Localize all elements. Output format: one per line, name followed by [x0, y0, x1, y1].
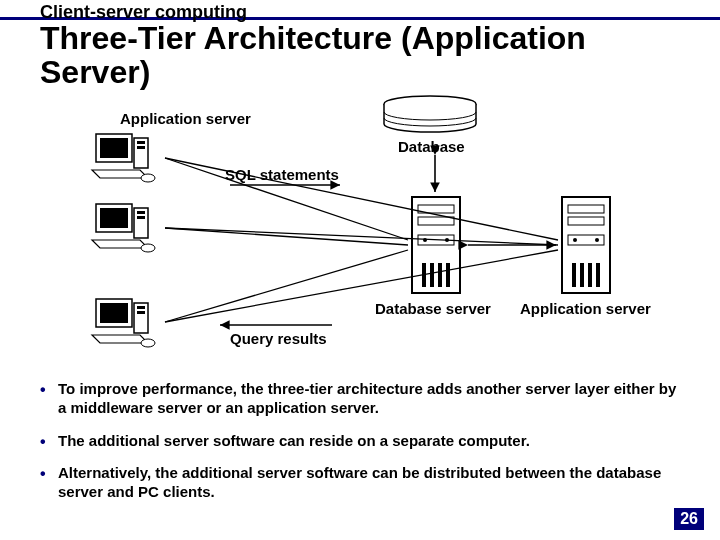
svg-line-43 — [165, 228, 558, 245]
svg-line-41 — [165, 250, 408, 322]
svg-line-44 — [165, 250, 558, 322]
bullet-item: The additional server software can resid… — [40, 432, 680, 451]
page-number-badge: 26 — [674, 508, 704, 530]
bullet-list: To improve performance, the three-tier a… — [40, 380, 680, 516]
bullet-item: Alternatively, the additional server sof… — [40, 464, 680, 502]
svg-line-39 — [165, 158, 408, 240]
svg-line-42 — [165, 158, 558, 240]
page-title: Three-Tier Architecture (Application Ser… — [40, 22, 700, 89]
architecture-diagram: Application server Database SQL statemen… — [40, 100, 680, 370]
bullet-item: To improve performance, the three-tier a… — [40, 380, 680, 418]
connection-arrows — [40, 100, 680, 370]
